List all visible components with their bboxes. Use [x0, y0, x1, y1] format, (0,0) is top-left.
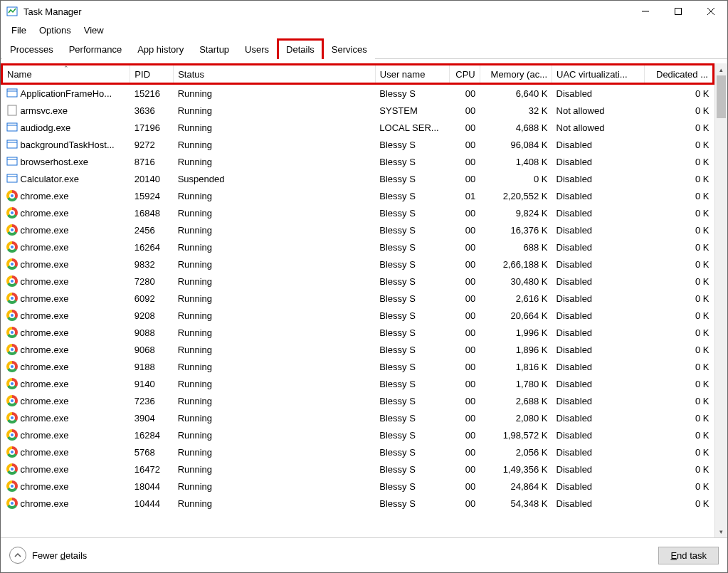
tab-services[interactable]: Services: [324, 40, 375, 59]
process-name: chrome.exe: [21, 447, 69, 458]
table-row[interactable]: backgroundTaskHost...9272RunningBlessy S…: [2, 136, 714, 153]
table-row[interactable]: chrome.exe7236RunningBlessy S002,688 KDi…: [2, 392, 714, 409]
table-row[interactable]: chrome.exe15924RunningBlessy S012,20,552…: [2, 187, 714, 204]
col-uac[interactable]: UAC virtualizati...: [552, 65, 645, 84]
table-row[interactable]: chrome.exe9208RunningBlessy S0020,664 KD…: [2, 307, 714, 324]
table-row[interactable]: chrome.exe9088RunningBlessy S001,996 KDi…: [2, 324, 714, 341]
table-row[interactable]: chrome.exe16848RunningBlessy S009,824 KD…: [2, 204, 714, 221]
cell-status: Running: [174, 273, 376, 290]
tab-startup[interactable]: Startup: [191, 40, 237, 59]
cell-pid: 18044: [130, 478, 174, 495]
scroll-up-icon[interactable]: ▴: [715, 63, 727, 75]
menu-view[interactable]: View: [78, 23, 110, 37]
tab-processes[interactable]: Processes: [2, 40, 61, 59]
cell-user: Blessy S: [375, 375, 449, 392]
table-row[interactable]: armsvc.exe3636RunningSYSTEM0032 KNot all…: [2, 102, 714, 119]
cell-status: Running: [174, 102, 376, 119]
cell-pid: 16284: [130, 426, 174, 443]
cell-dedicated: 0 K: [644, 478, 713, 495]
cell-dedicated: 0 K: [644, 358, 713, 375]
col-memory[interactable]: Memory (ac...: [480, 65, 552, 84]
table-row[interactable]: chrome.exe16472RunningBlessy S001,49,356…: [2, 461, 714, 478]
chrome-icon: [6, 344, 18, 355]
tab-users[interactable]: Users: [237, 40, 277, 59]
cell-pid: 15216: [130, 84, 174, 102]
table-row[interactable]: chrome.exe10444RunningBlessy S0054,348 K…: [2, 495, 714, 512]
cell-memory: 30,480 K: [480, 273, 552, 290]
cell-user: Blessy S: [375, 170, 449, 187]
cell-status: Running: [174, 238, 376, 256]
menu-options[interactable]: Options: [33, 23, 78, 37]
table-row[interactable]: chrome.exe9832RunningBlessy S002,66,188 …: [2, 256, 714, 273]
table-row[interactable]: chrome.exe18044RunningBlessy S0024,864 K…: [2, 478, 714, 495]
cell-status: Running: [174, 495, 376, 512]
cell-dedicated: 0 K: [644, 324, 713, 341]
table-row[interactable]: Calculator.exe20140SuspendedBlessy S000 …: [2, 170, 714, 187]
tab-app-history[interactable]: App history: [130, 40, 191, 59]
table-row[interactable]: chrome.exe3904RunningBlessy S002,080 KDi…: [2, 409, 714, 426]
tab-details[interactable]: Details: [277, 38, 324, 59]
close-button[interactable]: [695, 1, 727, 22]
chrome-icon: [6, 327, 18, 338]
cell-memory: 6,640 K: [480, 84, 552, 102]
cell-user: Blessy S: [375, 358, 449, 375]
cell-pid: 15924: [130, 187, 174, 204]
cell-memory: 1,49,356 K: [480, 461, 552, 478]
table-row[interactable]: audiodg.exe17196RunningLOCAL SER...004,6…: [2, 119, 714, 136]
process-name: chrome.exe: [21, 379, 69, 389]
table-row[interactable]: browserhost.exe8716RunningBlessy S001,40…: [2, 153, 714, 170]
menu-file[interactable]: File: [5, 23, 33, 37]
scroll-thumb[interactable]: [717, 75, 726, 118]
maximize-button[interactable]: [662, 1, 695, 22]
cell-uac: Disabled: [552, 170, 645, 187]
cell-user: Blessy S: [375, 341, 449, 358]
titlebar[interactable]: Task Manager: [1, 1, 727, 22]
table-row[interactable]: chrome.exe2456RunningBlessy S0016,376 KD…: [2, 221, 714, 238]
cell-cpu: 00: [450, 409, 480, 426]
table-row[interactable]: ApplicationFrameHo...15216RunningBlessy …: [2, 84, 714, 102]
cell-memory: 32 K: [480, 102, 552, 119]
table-row[interactable]: chrome.exe9140RunningBlessy S001,780 KDi…: [2, 375, 714, 392]
col-name[interactable]: ⌃Name: [2, 65, 130, 84]
tab-performance[interactable]: Performance: [61, 40, 130, 59]
cell-status: Running: [174, 443, 376, 461]
cell-status: Running: [174, 341, 376, 358]
col-pid[interactable]: PID: [130, 65, 174, 84]
process-name: chrome.exe: [21, 481, 69, 492]
cell-user: SYSTEM: [375, 102, 449, 119]
table-row[interactable]: chrome.exe7280RunningBlessy S0030,480 KD…: [2, 273, 714, 290]
cell-cpu: 00: [450, 204, 480, 221]
cell-memory: 24,864 K: [480, 478, 552, 495]
cell-cpu: 00: [450, 324, 480, 341]
col-dedicated[interactable]: Dedicated ...: [644, 65, 713, 84]
table-row[interactable]: chrome.exe16264RunningBlessy S00688 KDis…: [2, 238, 714, 256]
minimize-button[interactable]: [629, 1, 662, 22]
cell-user: Blessy S: [375, 461, 449, 478]
table-row[interactable]: chrome.exe9188RunningBlessy S001,816 KDi…: [2, 358, 714, 375]
cell-dedicated: 0 K: [644, 119, 713, 136]
col-status[interactable]: Status: [174, 65, 376, 84]
cell-memory: 1,996 K: [480, 324, 552, 341]
cell-status: Running: [174, 409, 376, 426]
col-user[interactable]: User name: [375, 65, 449, 84]
cell-dedicated: 0 K: [644, 290, 713, 307]
col-cpu[interactable]: CPU: [450, 65, 480, 84]
cell-uac: Disabled: [552, 187, 645, 204]
cell-memory: 2,66,188 K: [480, 256, 552, 273]
process-name: chrome.exe: [21, 310, 69, 321]
vertical-scrollbar[interactable]: ▴ ▾: [714, 63, 727, 537]
end-task-button[interactable]: End task: [658, 547, 719, 564]
cell-pid: 9832: [130, 256, 174, 273]
fewer-details-toggle[interactable]: Fewer details: [9, 547, 87, 564]
cell-pid: 6092: [130, 290, 174, 307]
cell-cpu: 00: [450, 153, 480, 170]
cell-pid: 9140: [130, 375, 174, 392]
table-row[interactable]: chrome.exe16284RunningBlessy S001,98,572…: [2, 426, 714, 443]
table-row[interactable]: chrome.exe5768RunningBlessy S002,056 KDi…: [2, 443, 714, 461]
cell-uac: Disabled: [552, 307, 645, 324]
cell-uac: Disabled: [552, 409, 645, 426]
cell-user: Blessy S: [375, 256, 449, 273]
table-row[interactable]: chrome.exe9068RunningBlessy S001,896 KDi…: [2, 341, 714, 358]
scroll-down-icon[interactable]: ▾: [715, 525, 727, 537]
table-row[interactable]: chrome.exe6092RunningBlessy S002,616 KDi…: [2, 290, 714, 307]
